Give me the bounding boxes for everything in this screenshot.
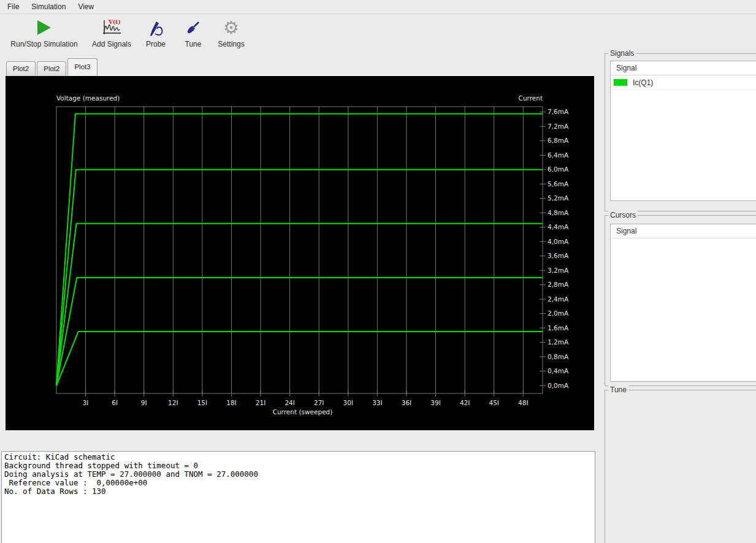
y-tick-label: 6,0mA bbox=[548, 165, 569, 173]
plot-grid bbox=[86, 107, 524, 393]
x-axis-ticks: 3I6I9I12I15I18I21I24I27I30I33I36I39I42I4… bbox=[83, 390, 529, 406]
probe-label: Probe bbox=[146, 40, 166, 48]
x-tick-label: 45I bbox=[489, 399, 498, 406]
x-tick-label: 15I bbox=[197, 399, 207, 406]
y-tick-label: 5,6mA bbox=[548, 180, 569, 188]
y-tick-label: 4,0mA bbox=[548, 238, 569, 245]
y-tick-label: 6,8mA bbox=[548, 137, 569, 144]
cursors-column-header[interactable]: Signal bbox=[611, 224, 756, 238]
y-axis-ticks: 0,0mA0,4mA0,8mA1,2mA1,6mA2,0mA2,4mA2,8mA… bbox=[540, 108, 569, 389]
run-stop-simulation-label: Run/Stop Simulation bbox=[10, 40, 77, 48]
tune-groupbox: Tune bbox=[605, 390, 756, 543]
cursors-groupbox-title: Cursors bbox=[608, 211, 638, 219]
y-tick-label: 6,4mA bbox=[548, 151, 569, 159]
trace-ic-q1-step-5 bbox=[56, 114, 543, 385]
y-axis-title-left: Voltage (measured) bbox=[56, 94, 120, 102]
plot-tabstrip: Plot2Plot2Plot3 bbox=[6, 58, 99, 76]
x-axis-title: Current (sweeped) bbox=[273, 408, 333, 416]
y-tick-label: 4,8mA bbox=[548, 209, 569, 216]
y-tick-label: 2,8mA bbox=[548, 281, 569, 288]
y-tick-label: 4,4mA bbox=[548, 223, 569, 230]
tune-label: Tune bbox=[185, 40, 202, 48]
probe-icon bbox=[146, 17, 166, 39]
x-tick-label: 6I bbox=[112, 399, 118, 406]
menu-item-file[interactable]: File bbox=[1, 1, 25, 13]
settings-button[interactable]: ⚙ Settings bbox=[213, 17, 249, 48]
y-tick-label: 7,6mA bbox=[548, 108, 569, 115]
x-tick-label: 27I bbox=[314, 399, 324, 406]
add-signals-label: Add Signals bbox=[92, 40, 131, 48]
x-tick-label: 36I bbox=[402, 399, 411, 406]
cursors-groupbox: Cursors Signal bbox=[605, 215, 756, 386]
add-signals-button[interactable]: V(t) Add Signals bbox=[88, 17, 136, 48]
x-tick-label: 18I bbox=[226, 399, 236, 406]
y-tick-label: 2,0mA bbox=[548, 309, 569, 317]
tune-groupbox-title: Tune bbox=[608, 385, 628, 394]
cursors-list[interactable]: Signal bbox=[610, 224, 756, 382]
y-tick-label: 3,6mA bbox=[548, 252, 569, 259]
x-tick-label: 33I bbox=[372, 399, 382, 406]
y-tick-label: 0,4mA bbox=[548, 367, 569, 374]
settings-label: Settings bbox=[218, 40, 244, 48]
plot-panel[interactable]: 0,0mA0,4mA0,8mA1,2mA1,6mA2,0mA2,4mA2,8mA… bbox=[6, 76, 594, 430]
signal-name: Ic(Q1) bbox=[633, 78, 653, 87]
tab-plot2-1[interactable]: Plot2 bbox=[37, 61, 66, 76]
x-tick-label: 30I bbox=[343, 399, 353, 406]
tab-plot2-0[interactable]: Plot2 bbox=[6, 61, 36, 76]
svg-text:V(t): V(t) bbox=[108, 19, 121, 25]
signals-groupbox: Signals Signal Ic(Q1) bbox=[605, 53, 756, 211]
y-tick-label: 0,0mA bbox=[548, 382, 569, 389]
menu-item-simulation[interactable]: Simulation bbox=[25, 1, 72, 13]
waveform-icon: V(t) bbox=[101, 17, 123, 39]
tab-plot3-2[interactable]: Plot3 bbox=[67, 58, 97, 76]
menu-bar: File Simulation View bbox=[0, 0, 756, 14]
signals-column-header[interactable]: Signal bbox=[611, 61, 756, 75]
trace-ic-q1-step-1 bbox=[56, 332, 543, 385]
x-tick-label: 24I bbox=[284, 399, 294, 406]
signal-color-swatch bbox=[614, 79, 627, 86]
tune-button[interactable]: Tune bbox=[179, 17, 207, 48]
y-tick-label: 7,2mA bbox=[548, 123, 569, 130]
plot-frame bbox=[56, 107, 543, 393]
play-icon bbox=[36, 17, 52, 39]
signals-groupbox-title: Signals bbox=[608, 49, 636, 58]
plot-traces bbox=[56, 114, 543, 385]
x-tick-label: 39I bbox=[430, 399, 440, 406]
tune-icon bbox=[184, 17, 202, 39]
x-tick-label: 12I bbox=[168, 399, 178, 406]
console-log: Circuit: KiCad schematic Background thre… bbox=[1, 451, 595, 543]
plot-canvas[interactable]: 0,0mA0,4mA0,8mA1,2mA1,6mA2,0mA2,4mA2,8mA… bbox=[6, 76, 593, 429]
run-stop-simulation-button[interactable]: Run/Stop Simulation bbox=[5, 17, 83, 48]
x-tick-label: 21I bbox=[256, 399, 265, 406]
probe-button[interactable]: Probe bbox=[140, 17, 172, 48]
y-tick-label: 1,6mA bbox=[548, 324, 569, 332]
y-tick-label: 2,4mA bbox=[548, 295, 569, 303]
signal-row[interactable]: Ic(Q1) bbox=[611, 75, 756, 90]
x-tick-label: 3I bbox=[83, 399, 89, 406]
signals-list[interactable]: Signal Ic(Q1) bbox=[610, 61, 756, 201]
x-tick-label: 42I bbox=[460, 399, 470, 406]
y-tick-label: 0,8mA bbox=[548, 353, 569, 360]
trace-ic-q1-step-3 bbox=[56, 224, 543, 385]
x-tick-label: 9I bbox=[141, 399, 147, 406]
menu-item-view[interactable]: View bbox=[72, 1, 100, 13]
gear-icon: ⚙ bbox=[223, 17, 239, 39]
y-tick-label: 1,2mA bbox=[548, 338, 569, 346]
y-tick-label: 3,2mA bbox=[548, 267, 569, 274]
x-tick-label: 48I bbox=[518, 399, 528, 406]
y-axis-title-right: Current bbox=[519, 94, 543, 102]
toolbar: Run/Stop Simulation V(t) Add Signals Pro… bbox=[0, 14, 756, 53]
y-tick-label: 5,2mA bbox=[548, 194, 569, 202]
